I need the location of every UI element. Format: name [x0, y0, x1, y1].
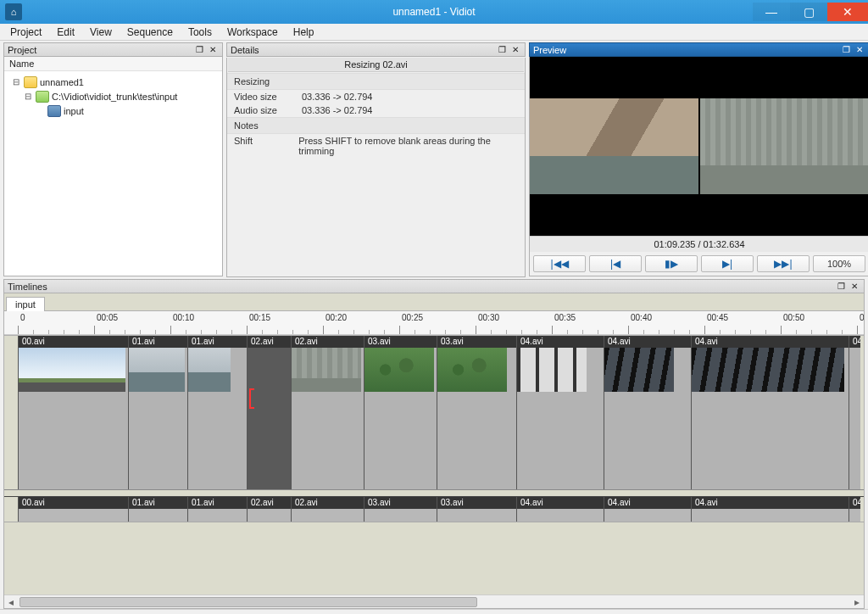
detail-value: 03.336 -> 02.794 — [302, 92, 373, 102]
menu-sequence[interactable]: Sequence — [120, 25, 180, 40]
statusbar — [0, 609, 868, 614]
clip-label: 03.avi — [437, 497, 516, 509]
collapse-icon[interactable]: ⊟ — [11, 77, 21, 87]
panel-close-icon[interactable]: ✕ — [854, 45, 865, 55]
clip-label: 04.avi — [692, 497, 849, 509]
step-back-button[interactable]: |◀ — [589, 255, 642, 272]
video-clip[interactable]: 02.avi — [247, 336, 291, 489]
audio-clip[interactable]: 04.avi — [604, 497, 691, 522]
menu-tools[interactable]: Tools — [181, 25, 219, 40]
ruler-tick: 00:15 — [247, 311, 248, 334]
panel-restore-icon[interactable]: ❐ — [193, 45, 205, 55]
clip-label: 03.avi — [437, 336, 516, 348]
video-clip[interactable]: 01.avi — [128, 336, 187, 489]
audio-clip[interactable]: 03.avi — [437, 497, 516, 522]
details-file-label: Resizing 02.avi — [228, 58, 524, 72]
clip-thumbnail — [692, 348, 844, 392]
step-forward-button[interactable]: ▶| — [701, 255, 754, 272]
ruler-tick: 00:40 — [628, 311, 629, 334]
clip-thumbnail — [19, 348, 125, 392]
panel-restore-icon[interactable]: ❐ — [840, 45, 852, 55]
panel-close-icon[interactable]: ✕ — [207, 45, 219, 55]
video-track[interactable]: 00.avi01.avi01.avi02.avi02.avi03.avi03.a… — [4, 335, 864, 489]
audio-clip[interactable]: 00.avi — [18, 497, 128, 522]
ruler-tick: 00:35 — [552, 311, 553, 334]
goto-end-button[interactable]: ▶▶| — [757, 255, 810, 272]
clip-label: 01.avi — [129, 497, 187, 509]
audio-clip[interactable]: 04.avi — [516, 497, 604, 522]
audio-clip[interactable]: 02.avi — [247, 497, 291, 522]
clip-thumbnail — [364, 348, 434, 392]
video-clip[interactable]: 00.avi — [18, 336, 128, 489]
play-pause-button[interactable]: ▮▶ — [645, 255, 698, 272]
maximize-button[interactable]: ▢ — [790, 3, 827, 21]
clip-label: 02.avi — [292, 336, 364, 348]
timeline-hscrollbar[interactable]: ◂ ▸ — [4, 594, 864, 608]
panel-restore-icon[interactable]: ❐ — [835, 282, 847, 292]
video-clip[interactable]: 01.avi — [187, 336, 247, 489]
scroll-left-icon[interactable]: ◂ — [4, 596, 18, 608]
detail-key: Video size — [234, 92, 302, 102]
zoom-level[interactable]: 100% — [813, 255, 865, 272]
audio-clip[interactable]: 04.avi — [691, 497, 849, 522]
scroll-thumb[interactable] — [19, 597, 477, 607]
clip-body — [437, 509, 516, 522]
detail-value: 03.336 -> 02.794 — [302, 105, 373, 115]
collapse-icon[interactable]: ⊟ — [23, 92, 33, 101]
audio-clip[interactable]: 02.avi — [291, 497, 364, 522]
section-resizing: Resizing — [227, 73, 525, 90]
video-clip[interactable]: 03.avi — [364, 336, 437, 489]
clip-body — [517, 509, 604, 522]
ruler-tick: 0 — [18, 311, 19, 334]
clip-label: 00.avi — [19, 497, 128, 509]
track-gap — [4, 489, 864, 496]
clip-body — [364, 509, 437, 522]
tree-file[interactable]: input — [8, 103, 219, 118]
project-column-name[interactable]: Name — [4, 57, 222, 71]
video-clip[interactable]: 04.avi — [516, 336, 604, 489]
clip-body — [19, 509, 128, 522]
menu-workspace[interactable]: Workspace — [220, 25, 285, 40]
audio-clip[interactable]: 01.avi — [128, 497, 187, 522]
goto-start-button[interactable]: |◀◀ — [533, 255, 586, 272]
tree-root[interactable]: ⊟ unnamed1 — [8, 75, 219, 89]
video-clip[interactable]: 02.avi — [291, 336, 364, 489]
clip-label: 02.avi — [248, 497, 291, 509]
app-icon: ⌂ — [5, 3, 22, 20]
timeline-ruler[interactable]: 000:0500:1000:1500:2000:2500:3000:3500:4… — [4, 311, 864, 335]
trim-handle[interactable] — [247, 388, 253, 409]
ruler-tick: 00:30 — [476, 311, 476, 334]
menu-view[interactable]: View — [83, 25, 119, 40]
scroll-right-icon[interactable]: ▸ — [850, 596, 864, 608]
audio-track[interactable]: 00.avi01.avi01.avi02.avi02.avi03.avi03.a… — [4, 496, 864, 522]
video-clip[interactable]: 04.avi — [691, 336, 849, 489]
panel-close-icon[interactable]: ✕ — [849, 282, 860, 292]
clip-label: 04 — [849, 336, 860, 348]
audio-clip[interactable]: 01.avi — [187, 497, 247, 522]
tree-label: unnamed1 — [40, 77, 84, 87]
ruler-tick: 00:45 — [704, 311, 705, 334]
timeline-tab[interactable]: input — [6, 297, 45, 311]
menu-edit[interactable]: Edit — [50, 25, 81, 40]
clip-thumbnail — [517, 348, 587, 392]
detail-value: Press SHIFT to remove blank areas during… — [298, 136, 518, 156]
panel-close-icon[interactable]: ✕ — [509, 45, 521, 55]
audio-clip[interactable]: 03.avi — [364, 497, 437, 522]
video-clip[interactable]: 04.avi — [604, 336, 691, 489]
menu-project[interactable]: Project — [3, 25, 48, 40]
video-clip[interactable]: 04 — [849, 336, 860, 489]
detail-key: Shift — [234, 136, 298, 156]
close-button[interactable]: ✕ — [827, 3, 868, 21]
panel-restore-icon[interactable]: ❐ — [496, 45, 508, 55]
video-clip[interactable]: 03.avi — [437, 336, 516, 489]
menu-help[interactable]: Help — [287, 25, 321, 40]
minimize-button[interactable]: — — [753, 3, 790, 21]
clip-label: 02.avi — [248, 336, 291, 348]
window-title: unnamed1 - Vidiot — [0, 6, 868, 18]
ruler-tick: 00:20 — [323, 311, 324, 334]
audio-clip[interactable]: 04 — [849, 497, 860, 522]
preview-viewport[interactable] — [530, 57, 868, 236]
clip-body — [292, 509, 364, 522]
tree-folder[interactable]: ⊟ C:\Vidiot\vidiot_trunk\test\input — [8, 89, 219, 103]
clip-body — [129, 509, 187, 522]
